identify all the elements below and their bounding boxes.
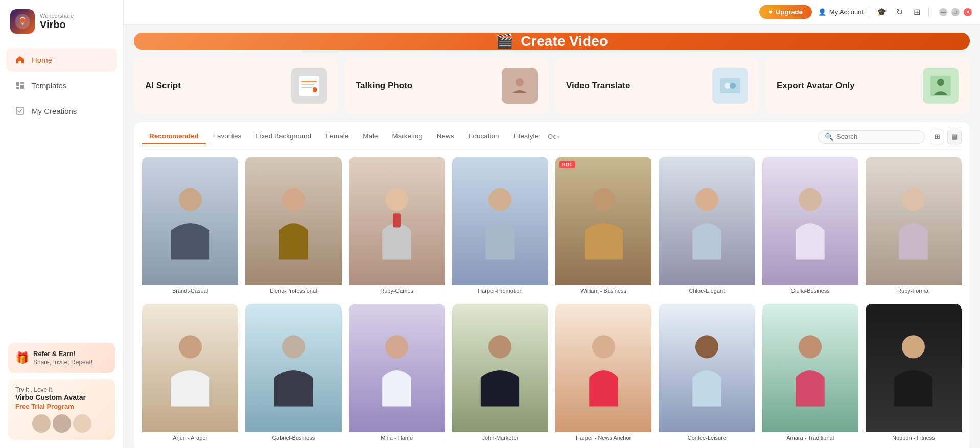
avatar-img-mina (349, 304, 445, 432)
upgrade-button[interactable]: ♥ Upgrade (759, 5, 811, 19)
avatar-img-chloe (659, 157, 755, 285)
refer-earn-title: Refer & Earn! (33, 350, 92, 358)
svg-point-15 (730, 83, 736, 89)
avatar-card-ruby-formal[interactable]: Ruby-Formal (866, 157, 962, 297)
close-button[interactable]: ✕ (964, 8, 972, 16)
my-account-button[interactable]: 👤 My Account (818, 8, 864, 16)
svg-point-33 (799, 335, 822, 358)
avatar-img-harper-news (555, 304, 651, 432)
video-translate-card[interactable]: Video Translate (555, 58, 759, 114)
virbo-custom-avatar-card[interactable]: Try it , Love it. Virbo Custom Avatar Fr… (8, 379, 115, 440)
svg-point-34 (902, 335, 925, 358)
account-icon: 👤 (818, 8, 826, 16)
filter-tab-female[interactable]: Female (318, 129, 356, 144)
app-name-label: Virbo (40, 19, 74, 31)
avatar-card-noppon[interactable]: Noppon - Fitness (866, 304, 962, 444)
svg-point-31 (592, 335, 615, 358)
avatar-card-john[interactable]: John-Marketer (452, 304, 548, 444)
avatar-name-mina: Mina - Hanfu (349, 432, 445, 444)
avatar-card-william[interactable]: HOT William - Business (555, 157, 651, 297)
svg-rect-8 (301, 81, 317, 82)
avatar-card-arjun[interactable]: Arjun - Araber (142, 304, 238, 444)
titlebar: ♥ Upgrade 👤 My Account 🎓 ↻ ⊞ — □ ✕ (124, 0, 980, 25)
sidebar-bottom: 🎁 Refer & Earn! Share, Invite, Repeat! T… (0, 335, 123, 448)
avatar-img-ruby-games (349, 157, 445, 285)
avatar-name-harper-news: Harper - News Anchor (555, 432, 651, 444)
grid-view-button-2[interactable]: ▤ (947, 130, 962, 144)
chevron-right-icon: › (557, 133, 559, 140)
avatar-name-arjun: Arjun - Araber (142, 432, 238, 444)
filter-tab-marketing[interactable]: Marketing (385, 129, 429, 144)
talking-photo-card[interactable]: Talking Photo (344, 58, 549, 114)
titlebar-actions: ♥ Upgrade 👤 My Account 🎓 ↻ ⊞ — □ ✕ (759, 5, 972, 19)
filter-tab-education[interactable]: Education (461, 129, 506, 144)
avatar-img-ruby-formal (866, 157, 962, 285)
svg-point-1 (20, 18, 25, 23)
avatar-name-gabriel: Gabriel-Business (245, 432, 341, 444)
svg-rect-5 (16, 87, 19, 89)
svg-point-26 (902, 188, 925, 211)
svg-rect-9 (301, 84, 314, 85)
avatar-name-william: William - Business (555, 285, 651, 297)
refresh-icon[interactable]: ↻ (894, 7, 905, 18)
create-video-icon: 🎬 (496, 33, 514, 50)
refer-earn-card[interactable]: 🎁 Refer & Earn! Share, Invite, Repeat! (8, 343, 115, 373)
filter-tab-recommended[interactable]: Recommended (142, 129, 206, 144)
ai-script-card[interactable]: AI Script (134, 58, 338, 114)
svg-point-24 (695, 188, 718, 211)
create-video-banner[interactable]: 🎬 Create Video (134, 33, 970, 50)
export-avatar-thumb (923, 68, 959, 104)
video-translate-thumb (712, 68, 748, 104)
filter-more-button[interactable]: Oc › (548, 133, 559, 140)
avatar-card-ruby-games[interactable]: Ruby-Games (349, 157, 445, 297)
avatar-img-william: HOT (555, 157, 651, 285)
search-icon: 🔍 (825, 133, 833, 141)
avatar-name-amara: Amara - Traditional (762, 432, 858, 444)
filter-tab-fixed-bg[interactable]: Fixed Background (248, 129, 318, 144)
sidebar-item-home[interactable]: Home (6, 48, 117, 72)
sidebar-item-my-creations[interactable]: My Creations (6, 99, 117, 123)
avatar-card-contee[interactable]: Contee-Leisure (659, 304, 755, 444)
avatar-card-harper-promo[interactable]: Harper-Promotion (452, 157, 548, 297)
sidebar-item-templates[interactable]: Templates (6, 74, 117, 97)
grid-view-button-1[interactable]: ⊞ (930, 130, 944, 144)
filter-tab-news[interactable]: News (430, 129, 461, 144)
try-it-label: Try it , Love it. (15, 386, 108, 393)
maximize-button[interactable]: □ (951, 8, 960, 16)
avatar-card-brandt[interactable]: Brandt-Casual (142, 157, 238, 297)
svg-point-23 (592, 188, 615, 211)
feature-cards: AI Script Talking Photo (134, 58, 970, 114)
avatar-name-elena: Elena-Professional (245, 285, 341, 297)
filter-tab-male[interactable]: Male (356, 129, 385, 144)
avatar-card-gabriel[interactable]: Gabriel-Business (245, 304, 341, 444)
avatar-card-amara[interactable]: Amara - Traditional (762, 304, 858, 444)
filter-tab-lifestyle[interactable]: Lifestyle (506, 129, 546, 144)
avatar-name-noppon: Noppon - Fitness (866, 432, 962, 444)
avatar-card-harper-news[interactable]: Harper - News Anchor (555, 304, 651, 444)
avatar-img-giulia (762, 157, 858, 285)
avatar-card-chloe[interactable]: Chloe-Elegant (659, 157, 755, 297)
grid-icon[interactable]: ⊞ (911, 7, 922, 18)
search-input[interactable] (836, 133, 918, 140)
heart-icon: ♥ (768, 8, 773, 16)
export-avatar-card[interactable]: Export Avatar Only (765, 58, 970, 114)
gift-icon[interactable]: 🎓 (876, 7, 888, 18)
svg-point-20 (385, 188, 408, 211)
grid-view-controls: ⊞ ▤ (930, 130, 962, 144)
svg-point-17 (937, 79, 944, 86)
svg-point-19 (282, 188, 305, 211)
ai-script-thumb (291, 68, 327, 104)
avatar-card-mina[interactable]: Mina - Hanfu (349, 304, 445, 444)
svg-rect-6 (16, 107, 24, 114)
hot-badge: HOT (559, 161, 575, 168)
filter-tab-favorites[interactable]: Favorites (206, 129, 249, 144)
avatar-name-harper-promo: Harper-Promotion (452, 285, 548, 297)
avatar-card-elena[interactable]: Elena-Professional (245, 157, 341, 297)
main-area: ♥ Upgrade 👤 My Account 🎓 ↻ ⊞ — □ ✕ 🎬 (124, 0, 980, 448)
titlebar-divider (870, 7, 870, 17)
avatar-card-giulia[interactable]: Giulia-Business (762, 157, 858, 297)
minimize-button[interactable]: — (939, 8, 947, 16)
avatar-img-elena (245, 157, 341, 285)
avatar-grid: Brandt-Casual Elena-Professional (142, 157, 962, 444)
my-creations-icon (14, 105, 26, 116)
